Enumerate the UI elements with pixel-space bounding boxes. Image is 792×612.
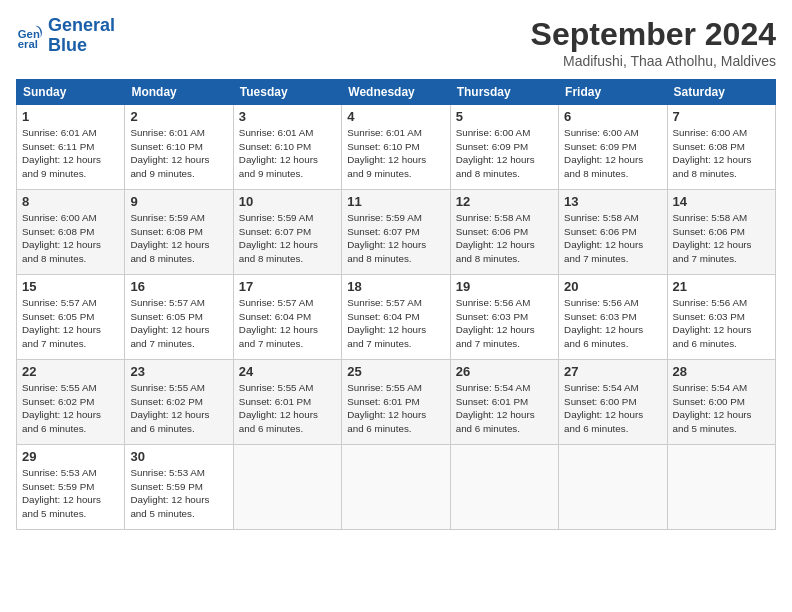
calendar-cell: 21Sunrise: 5:56 AMSunset: 6:03 PMDayligh… bbox=[667, 275, 775, 360]
day-number: 12 bbox=[456, 194, 553, 209]
header-friday: Friday bbox=[559, 80, 667, 105]
calendar-cell: 29Sunrise: 5:53 AMSunset: 5:59 PMDayligh… bbox=[17, 445, 125, 530]
calendar-cell: 12Sunrise: 5:58 AMSunset: 6:06 PMDayligh… bbox=[450, 190, 558, 275]
day-info: Sunrise: 5:57 AMSunset: 6:05 PMDaylight:… bbox=[22, 296, 119, 351]
day-number: 30 bbox=[130, 449, 227, 464]
day-info: Sunrise: 5:57 AMSunset: 6:04 PMDaylight:… bbox=[239, 296, 336, 351]
header-thursday: Thursday bbox=[450, 80, 558, 105]
logo-icon: Gen eral bbox=[16, 22, 44, 50]
day-info: Sunrise: 5:59 AMSunset: 6:07 PMDaylight:… bbox=[347, 211, 444, 266]
calendar-cell: 25Sunrise: 5:55 AMSunset: 6:01 PMDayligh… bbox=[342, 360, 450, 445]
calendar-cell: 1Sunrise: 6:01 AMSunset: 6:11 PMDaylight… bbox=[17, 105, 125, 190]
calendar-week-row: 29Sunrise: 5:53 AMSunset: 5:59 PMDayligh… bbox=[17, 445, 776, 530]
day-info: Sunrise: 5:58 AMSunset: 6:06 PMDaylight:… bbox=[456, 211, 553, 266]
calendar-cell: 28Sunrise: 5:54 AMSunset: 6:00 PMDayligh… bbox=[667, 360, 775, 445]
day-number: 15 bbox=[22, 279, 119, 294]
day-info: Sunrise: 5:57 AMSunset: 6:04 PMDaylight:… bbox=[347, 296, 444, 351]
day-info: Sunrise: 5:55 AMSunset: 6:02 PMDaylight:… bbox=[130, 381, 227, 436]
day-number: 21 bbox=[673, 279, 770, 294]
calendar-table: SundayMondayTuesdayWednesdayThursdayFrid… bbox=[16, 79, 776, 530]
calendar-cell: 4Sunrise: 6:01 AMSunset: 6:10 PMDaylight… bbox=[342, 105, 450, 190]
calendar-cell bbox=[667, 445, 775, 530]
day-number: 6 bbox=[564, 109, 661, 124]
header-saturday: Saturday bbox=[667, 80, 775, 105]
calendar-cell: 8Sunrise: 6:00 AMSunset: 6:08 PMDaylight… bbox=[17, 190, 125, 275]
day-info: Sunrise: 5:53 AMSunset: 5:59 PMDaylight:… bbox=[130, 466, 227, 521]
day-number: 27 bbox=[564, 364, 661, 379]
day-info: Sunrise: 6:00 AMSunset: 6:08 PMDaylight:… bbox=[22, 211, 119, 266]
calendar-cell: 3Sunrise: 6:01 AMSunset: 6:10 PMDaylight… bbox=[233, 105, 341, 190]
day-number: 4 bbox=[347, 109, 444, 124]
day-number: 11 bbox=[347, 194, 444, 209]
day-info: Sunrise: 5:53 AMSunset: 5:59 PMDaylight:… bbox=[22, 466, 119, 521]
day-number: 14 bbox=[673, 194, 770, 209]
day-number: 10 bbox=[239, 194, 336, 209]
calendar-cell: 14Sunrise: 5:58 AMSunset: 6:06 PMDayligh… bbox=[667, 190, 775, 275]
month-title: September 2024 bbox=[531, 16, 776, 53]
calendar-cell: 22Sunrise: 5:55 AMSunset: 6:02 PMDayligh… bbox=[17, 360, 125, 445]
calendar-cell: 11Sunrise: 5:59 AMSunset: 6:07 PMDayligh… bbox=[342, 190, 450, 275]
day-number: 1 bbox=[22, 109, 119, 124]
day-number: 17 bbox=[239, 279, 336, 294]
calendar-cell: 27Sunrise: 5:54 AMSunset: 6:00 PMDayligh… bbox=[559, 360, 667, 445]
day-number: 18 bbox=[347, 279, 444, 294]
calendar-cell: 10Sunrise: 5:59 AMSunset: 6:07 PMDayligh… bbox=[233, 190, 341, 275]
day-number: 22 bbox=[22, 364, 119, 379]
day-info: Sunrise: 5:59 AMSunset: 6:07 PMDaylight:… bbox=[239, 211, 336, 266]
day-number: 5 bbox=[456, 109, 553, 124]
calendar-cell: 23Sunrise: 5:55 AMSunset: 6:02 PMDayligh… bbox=[125, 360, 233, 445]
calendar-cell: 15Sunrise: 5:57 AMSunset: 6:05 PMDayligh… bbox=[17, 275, 125, 360]
day-number: 3 bbox=[239, 109, 336, 124]
calendar-week-row: 1Sunrise: 6:01 AMSunset: 6:11 PMDaylight… bbox=[17, 105, 776, 190]
day-number: 9 bbox=[130, 194, 227, 209]
calendar-cell: 7Sunrise: 6:00 AMSunset: 6:08 PMDaylight… bbox=[667, 105, 775, 190]
day-info: Sunrise: 6:01 AMSunset: 6:10 PMDaylight:… bbox=[130, 126, 227, 181]
day-number: 23 bbox=[130, 364, 227, 379]
day-number: 25 bbox=[347, 364, 444, 379]
day-info: Sunrise: 5:56 AMSunset: 6:03 PMDaylight:… bbox=[456, 296, 553, 351]
day-info: Sunrise: 5:58 AMSunset: 6:06 PMDaylight:… bbox=[673, 211, 770, 266]
day-info: Sunrise: 5:56 AMSunset: 6:03 PMDaylight:… bbox=[673, 296, 770, 351]
header-monday: Monday bbox=[125, 80, 233, 105]
calendar-cell: 24Sunrise: 5:55 AMSunset: 6:01 PMDayligh… bbox=[233, 360, 341, 445]
calendar-week-row: 22Sunrise: 5:55 AMSunset: 6:02 PMDayligh… bbox=[17, 360, 776, 445]
header-sunday: Sunday bbox=[17, 80, 125, 105]
calendar-cell: 5Sunrise: 6:00 AMSunset: 6:09 PMDaylight… bbox=[450, 105, 558, 190]
day-info: Sunrise: 5:54 AMSunset: 6:00 PMDaylight:… bbox=[673, 381, 770, 436]
day-number: 29 bbox=[22, 449, 119, 464]
calendar-cell bbox=[450, 445, 558, 530]
day-info: Sunrise: 6:00 AMSunset: 6:09 PMDaylight:… bbox=[564, 126, 661, 181]
day-number: 28 bbox=[673, 364, 770, 379]
day-info: Sunrise: 5:54 AMSunset: 6:01 PMDaylight:… bbox=[456, 381, 553, 436]
location: Madifushi, Thaa Atholhu, Maldives bbox=[531, 53, 776, 69]
calendar-cell bbox=[233, 445, 341, 530]
header-tuesday: Tuesday bbox=[233, 80, 341, 105]
day-info: Sunrise: 5:57 AMSunset: 6:05 PMDaylight:… bbox=[130, 296, 227, 351]
calendar-header-row: SundayMondayTuesdayWednesdayThursdayFrid… bbox=[17, 80, 776, 105]
calendar-cell: 13Sunrise: 5:58 AMSunset: 6:06 PMDayligh… bbox=[559, 190, 667, 275]
calendar-cell: 30Sunrise: 5:53 AMSunset: 5:59 PMDayligh… bbox=[125, 445, 233, 530]
day-number: 24 bbox=[239, 364, 336, 379]
day-number: 16 bbox=[130, 279, 227, 294]
logo: Gen eral GeneralBlue bbox=[16, 16, 115, 56]
calendar-cell: 20Sunrise: 5:56 AMSunset: 6:03 PMDayligh… bbox=[559, 275, 667, 360]
page-header: Gen eral GeneralBlue September 2024 Madi… bbox=[16, 16, 776, 69]
day-info: Sunrise: 6:01 AMSunset: 6:10 PMDaylight:… bbox=[347, 126, 444, 181]
calendar-cell: 19Sunrise: 5:56 AMSunset: 6:03 PMDayligh… bbox=[450, 275, 558, 360]
day-info: Sunrise: 6:00 AMSunset: 6:08 PMDaylight:… bbox=[673, 126, 770, 181]
day-info: Sunrise: 5:55 AMSunset: 6:02 PMDaylight:… bbox=[22, 381, 119, 436]
calendar-cell: 2Sunrise: 6:01 AMSunset: 6:10 PMDaylight… bbox=[125, 105, 233, 190]
day-info: Sunrise: 6:01 AMSunset: 6:11 PMDaylight:… bbox=[22, 126, 119, 181]
calendar-cell: 26Sunrise: 5:54 AMSunset: 6:01 PMDayligh… bbox=[450, 360, 558, 445]
day-info: Sunrise: 6:01 AMSunset: 6:10 PMDaylight:… bbox=[239, 126, 336, 181]
day-number: 7 bbox=[673, 109, 770, 124]
header-wednesday: Wednesday bbox=[342, 80, 450, 105]
day-info: Sunrise: 6:00 AMSunset: 6:09 PMDaylight:… bbox=[456, 126, 553, 181]
day-number: 19 bbox=[456, 279, 553, 294]
day-info: Sunrise: 5:55 AMSunset: 6:01 PMDaylight:… bbox=[239, 381, 336, 436]
title-block: September 2024 Madifushi, Thaa Atholhu, … bbox=[531, 16, 776, 69]
calendar-week-row: 8Sunrise: 6:00 AMSunset: 6:08 PMDaylight… bbox=[17, 190, 776, 275]
day-number: 8 bbox=[22, 194, 119, 209]
day-number: 26 bbox=[456, 364, 553, 379]
calendar-cell: 9Sunrise: 5:59 AMSunset: 6:08 PMDaylight… bbox=[125, 190, 233, 275]
